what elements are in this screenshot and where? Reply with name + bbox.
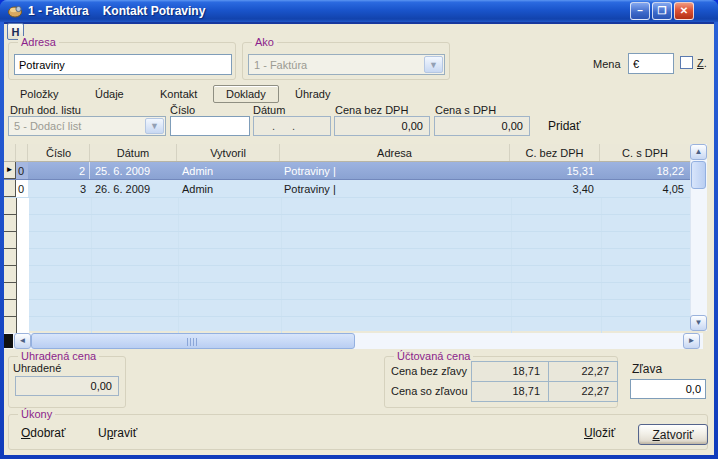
scroll-left-icon[interactable]: ◄ <box>14 333 31 349</box>
druh-combobox[interactable]: 5 - Dodací list ▼ <box>8 116 166 136</box>
documents-table: Číslo Dátum Vytvoril Adresa C. bez DPH C… <box>4 144 690 331</box>
bez-zlavy-value-1: 18,71 <box>471 361 549 382</box>
application-window: 1 - FaktúraKontakt Potraviny – ❐ ✕ H Adr… <box>0 0 718 459</box>
row-flag-cell[interactable]: 0 <box>16 180 28 197</box>
z-checkbox-label: Z. <box>697 57 707 69</box>
horizontal-scrollbar[interactable]: ◄ ► <box>4 333 703 349</box>
row-cislo-cell[interactable]: 3 <box>28 180 90 197</box>
uhradene-field[interactable]: 0,00 <box>15 376 119 396</box>
table-row[interactable]: 0 3 26. 6. 2009 Admin Potraviny | 3,40 4… <box>4 180 690 198</box>
splitter-box[interactable] <box>4 334 13 348</box>
odobrat-button[interactable]: Odobrať <box>21 426 66 440</box>
client-area: H Adresa Ako 1 - Faktúra ▼ Mena Z. Polož… <box>4 22 714 455</box>
header-vytvoril[interactable]: Vytvoril <box>177 144 280 161</box>
cena-bez-dph-field[interactable]: 0,00 <box>334 116 430 136</box>
cena-s-dph-field[interactable]: 0,00 <box>434 116 530 136</box>
uhradena-cena-group-label: Uhradená cena <box>18 350 99 362</box>
druh-combobox-value: 5 - Dodací list <box>14 120 81 132</box>
horizontal-scroll-thumb[interactable] <box>31 333 355 349</box>
header-cislo[interactable]: Číslo <box>28 144 90 161</box>
header-adresa[interactable]: Adresa <box>280 144 510 161</box>
table-empty-rows <box>4 198 690 349</box>
header-datum[interactable]: Dátum <box>90 144 177 161</box>
cena-bez-dph-label: Cena bez DPH <box>335 104 408 116</box>
adresa-group-label: Adresa <box>18 36 59 48</box>
row-vytvoril-cell[interactable]: Admin <box>177 162 280 179</box>
uhradene-label: Uhradené <box>13 362 61 374</box>
ako-group-label: Ako <box>252 36 277 48</box>
thumb-grip <box>187 338 199 346</box>
table-header: Číslo Dátum Vytvoril Adresa C. bez DPH C… <box>4 144 690 162</box>
tab-udaje[interactable]: Údaje <box>95 88 124 100</box>
row-cislo-cell[interactable]: 2 <box>28 162 90 179</box>
ako-group: Ako 1 - Faktúra ▼ <box>242 42 450 80</box>
maximize-button[interactable]: ❐ <box>652 2 672 20</box>
row-marker-cell[interactable] <box>4 180 16 197</box>
zlava-input[interactable] <box>630 379 706 399</box>
tab-uhrady[interactable]: Úhrady <box>295 88 330 100</box>
tab-polozky[interactable]: Položky <box>20 88 59 100</box>
empty-grid-area <box>29 198 690 349</box>
empty-selector-column <box>4 198 17 349</box>
header-bez-dph[interactable]: C. bez DPH <box>510 144 600 161</box>
uctovana-cena-group-label: Účtovaná cena <box>394 350 473 362</box>
datum-label: Dátum <box>253 104 285 116</box>
row-adresa-cell[interactable]: Potraviny | <box>280 162 510 179</box>
druh-label: Druh dod. listu <box>10 104 81 116</box>
cislo-input[interactable] <box>170 116 250 136</box>
row-datum-cell[interactable]: 25. 6. 2009 <box>90 162 177 179</box>
table-body: ► 0 2 25. 6. 2009 Admin Potraviny | 15,3… <box>4 162 690 198</box>
adresa-group: Adresa <box>8 42 236 80</box>
header-s-dph[interactable]: C. s DPH <box>600 144 690 161</box>
row-adresa-cell[interactable]: Potraviny | <box>280 180 510 197</box>
so-zlavou-value-2: 22,27 <box>548 381 618 402</box>
datum-field[interactable]: . . <box>253 116 331 136</box>
mena-input[interactable] <box>628 53 674 74</box>
app-icon <box>7 3 23 19</box>
row-bez-dph-cell[interactable]: 3,40 <box>510 180 600 197</box>
minimize-button[interactable]: – <box>630 2 650 20</box>
chevron-down-icon[interactable]: ▼ <box>145 118 164 134</box>
header-selector <box>4 144 16 161</box>
zlava-label: Zľava <box>632 362 662 376</box>
row-s-dph-cell[interactable]: 18,22 <box>600 162 690 179</box>
so-zlavou-value-1: 18,71 <box>471 381 549 402</box>
row-vytvoril-cell[interactable]: Admin <box>177 180 280 197</box>
zatvorit-button[interactable]: Zatvoriť <box>638 424 708 445</box>
close-button[interactable]: ✕ <box>674 2 694 20</box>
cena-so-zlavou-label: Cena so zľavou <box>391 385 468 397</box>
scroll-down-icon[interactable]: ▼ <box>690 315 707 331</box>
titlebar[interactable]: 1 - FaktúraKontakt Potraviny – ❐ ✕ <box>0 0 718 22</box>
header-flag <box>16 144 28 161</box>
ukony-group: Úkony Odobrať Upraviť Uložiť Zatvoriť <box>8 414 708 450</box>
cena-bez-zlavy-label: Cena bez zľavy <box>391 365 467 377</box>
ulozit-button[interactable]: Uložiť <box>584 426 615 440</box>
cena-s-dph-label: Cena s DPH <box>435 104 496 116</box>
table-row[interactable]: ► 0 2 25. 6. 2009 Admin Potraviny | 15,3… <box>4 162 690 180</box>
upravit-button[interactable]: Upraviť <box>98 426 137 440</box>
scroll-right-icon[interactable]: ► <box>683 333 700 349</box>
mena-label: Mena <box>593 58 621 70</box>
pridat-button[interactable]: Pridať <box>548 119 581 133</box>
vertical-scroll-thumb[interactable] <box>691 161 706 189</box>
row-flag-cell[interactable]: 0 <box>16 162 28 179</box>
vertical-scrollbar[interactable]: ▲ ▼ <box>690 144 707 331</box>
row-s-dph-cell[interactable]: 4,05 <box>600 180 690 197</box>
cislo-label: Číslo <box>170 104 195 116</box>
row-bez-dph-cell[interactable]: 15,31 <box>510 162 600 179</box>
tab-kontakt[interactable]: Kontakt <box>160 88 197 100</box>
row-marker-cell[interactable]: ► <box>4 162 16 179</box>
ukony-group-label: Úkony <box>18 408 55 420</box>
window-title: 1 - FaktúraKontakt Potraviny <box>28 4 205 18</box>
row-datum-cell[interactable]: 26. 6. 2009 <box>90 180 177 197</box>
scroll-up-icon[interactable]: ▲ <box>690 144 707 160</box>
adresa-input[interactable] <box>14 54 232 75</box>
tab-doklady[interactable]: Doklady <box>213 85 279 103</box>
z-checkbox[interactable] <box>680 56 693 69</box>
empty-flag-column <box>17 198 29 349</box>
ako-combobox-value: 1 - Faktúra <box>254 59 307 71</box>
uctovana-cena-group: Účtovaná cena Cena bez zľavy Cena so zľa… <box>384 356 618 408</box>
ako-combobox[interactable]: 1 - Faktúra ▼ <box>248 54 445 75</box>
bez-zlavy-value-2: 22,27 <box>548 361 618 382</box>
chevron-down-icon[interactable]: ▼ <box>424 56 443 73</box>
